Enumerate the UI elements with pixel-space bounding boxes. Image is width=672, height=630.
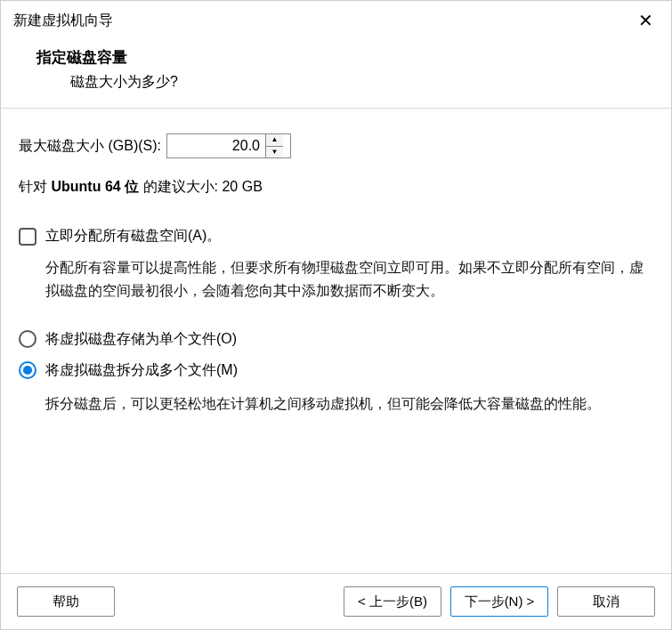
wizard-header: 指定磁盘容量 磁盘大小为多少?: [1, 38, 671, 109]
wizard-content: 最大磁盘大小 (GB)(S): ▲ ▼ 针对 Ubuntu 64 位 的建议大小…: [1, 109, 671, 573]
allocate-now-label: 立即分配所有磁盘空间(A)。: [45, 227, 221, 246]
help-button[interactable]: 帮助: [17, 586, 115, 617]
page-subtitle: 磁盘大小为多少?: [36, 73, 659, 92]
spinner-buttons: ▲ ▼: [265, 134, 283, 158]
chevron-down-icon: ▼: [271, 149, 279, 156]
disk-size-spinner: ▲ ▼: [166, 133, 291, 158]
rec-mid: 的建议大小:: [139, 179, 222, 194]
titlebar: 新建虚拟机向导 ✕: [1, 1, 671, 38]
rec-prefix: 针对: [19, 179, 51, 194]
split-file-description: 拆分磁盘后，可以更轻松地在计算机之间移动虚拟机，但可能会降低大容量磁盘的性能。: [45, 392, 653, 416]
single-file-radio-row[interactable]: 将虚拟磁盘存储为单个文件(O): [19, 330, 653, 349]
rec-os: Ubuntu 64 位: [51, 179, 139, 194]
next-button[interactable]: 下一步(N) >: [450, 586, 548, 617]
recommended-size-text: 针对 Ubuntu 64 位 的建议大小: 20 GB: [19, 178, 653, 197]
single-file-label: 将虚拟磁盘存储为单个文件(O): [45, 330, 237, 349]
disk-size-label: 最大磁盘大小 (GB)(S):: [19, 137, 161, 156]
cancel-button[interactable]: 取消: [557, 586, 655, 617]
disk-size-row: 最大磁盘大小 (GB)(S): ▲ ▼: [19, 133, 653, 158]
wizard-window: 新建虚拟机向导 ✕ 指定磁盘容量 磁盘大小为多少? 最大磁盘大小 (GB)(S)…: [0, 0, 672, 630]
single-file-radio[interactable]: [19, 330, 36, 348]
allocate-now-checkbox[interactable]: [19, 228, 36, 246]
wizard-footer: 帮助 < 上一步(B) 下一步(N) > 取消: [1, 573, 671, 629]
back-button[interactable]: < 上一步(B): [344, 586, 441, 617]
allocate-now-description: 分配所有容量可以提高性能，但要求所有物理磁盘空间立即可用。如果不立即分配所有空间…: [45, 256, 653, 303]
close-icon: ✕: [638, 11, 653, 30]
window-title: 新建虚拟机向导: [13, 12, 113, 30]
close-button[interactable]: ✕: [633, 8, 659, 33]
allocate-now-checkbox-row[interactable]: 立即分配所有磁盘空间(A)。: [19, 227, 653, 246]
spinner-down-button[interactable]: ▼: [266, 147, 283, 158]
split-file-radio[interactable]: [19, 361, 36, 379]
spinner-up-button[interactable]: ▲: [266, 134, 283, 147]
rec-value: 20 GB: [222, 179, 262, 194]
split-file-radio-row[interactable]: 将虚拟磁盘拆分成多个文件(M): [19, 361, 653, 380]
disk-size-input[interactable]: [167, 134, 265, 158]
page-title: 指定磁盘容量: [36, 47, 659, 68]
split-file-label: 将虚拟磁盘拆分成多个文件(M): [45, 361, 238, 380]
chevron-up-icon: ▲: [271, 136, 279, 143]
